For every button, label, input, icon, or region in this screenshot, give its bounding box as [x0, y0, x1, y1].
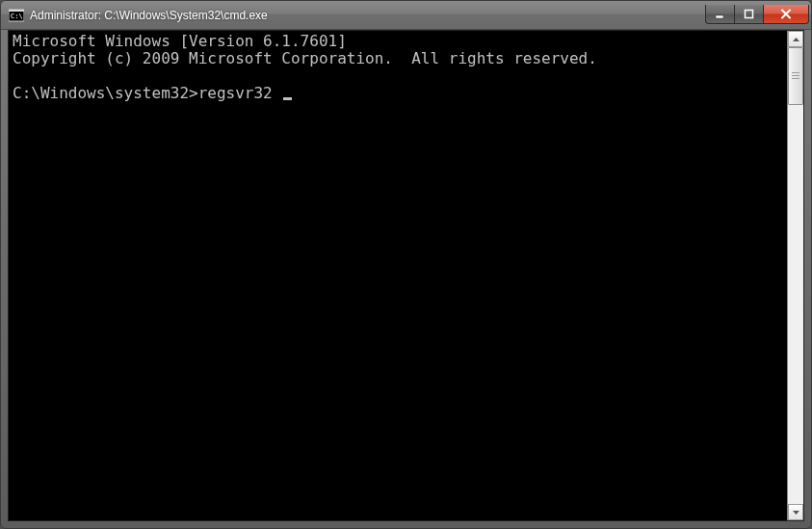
- close-button[interactable]: [763, 5, 809, 24]
- svg-rect-3: [716, 15, 723, 18]
- scroll-thumb[interactable]: [788, 47, 803, 105]
- scroll-up-button[interactable]: [788, 31, 803, 47]
- cmd-icon: C:\: [9, 8, 24, 23]
- cursor: [283, 97, 292, 100]
- window-title: Administrator: C:\Windows\System32\cmd.e…: [30, 9, 705, 22]
- client-area: Microsoft Windows [Version 6.1.7601] Cop…: [8, 30, 804, 521]
- scroll-down-button[interactable]: [788, 504, 803, 520]
- command-input[interactable]: regsvr32: [198, 85, 282, 102]
- maximize-button[interactable]: [734, 5, 763, 24]
- output-line: Microsoft Windows [Version 6.1.7601]: [13, 32, 347, 50]
- svg-text:C:\: C:\: [11, 13, 23, 20]
- cmd-window: C:\ Administrator: C:\Windows\System32\c…: [0, 0, 812, 529]
- scroll-track[interactable]: [788, 47, 803, 504]
- svg-rect-1: [9, 10, 24, 12]
- prompt: C:\Windows\system32>: [13, 85, 198, 102]
- vertical-scrollbar[interactable]: [787, 31, 803, 520]
- svg-rect-4: [746, 10, 753, 17]
- window-controls: [705, 5, 809, 24]
- output-line: Copyright (c) 2009 Microsoft Corporation…: [13, 49, 597, 67]
- titlebar[interactable]: C:\ Administrator: C:\Windows\System32\c…: [1, 1, 811, 30]
- terminal-output[interactable]: Microsoft Windows [Version 6.1.7601] Cop…: [9, 31, 787, 520]
- minimize-button[interactable]: [705, 5, 734, 24]
